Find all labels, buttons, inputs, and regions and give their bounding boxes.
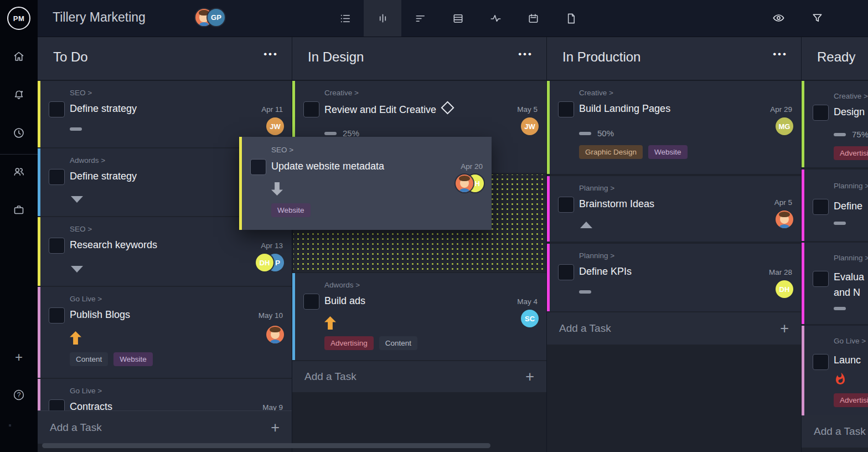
task-card[interactable]: Planning > Brainstorm Ideas Apr 5: [547, 176, 801, 242]
card-title[interactable]: Build ads: [324, 295, 365, 307]
card-checkbox[interactable]: [813, 105, 829, 121]
card-title[interactable]: Research keywords: [70, 239, 157, 251]
card-title[interactable]: Define strategy: [70, 171, 137, 182]
add-task-label[interactable]: Add a Task: [304, 371, 356, 383]
add-task-label[interactable]: Add a Task: [50, 422, 102, 434]
add-task-footer[interactable]: Add a Task: [802, 415, 868, 448]
card-checkbox[interactable]: [813, 271, 829, 287]
task-card[interactable]: Planning > Define: [802, 170, 868, 241]
card-title[interactable]: Contracts: [70, 401, 112, 410]
card-title[interactable]: Build Landing Pages: [579, 103, 670, 115]
card-checkbox[interactable]: [49, 169, 65, 185]
card-group[interactable]: Planning >: [834, 254, 868, 262]
task-card[interactable]: Adwords > Build ads May 4 SC Advertising…: [292, 273, 546, 360]
card-assignees: DH P: [256, 254, 284, 271]
card-checkbox[interactable]: [250, 159, 266, 175]
add-task-label[interactable]: Add a Task: [559, 322, 611, 335]
board-view-icon[interactable]: [364, 0, 401, 37]
sheet-view-icon[interactable]: [439, 0, 477, 37]
task-card[interactable]: Creative > Build Landing Pages Apr 29 MG…: [547, 81, 801, 174]
card-group[interactable]: Planning >: [834, 182, 868, 190]
card-group[interactable]: SEO >: [70, 89, 92, 97]
member-avatar[interactable]: GP: [208, 9, 225, 26]
card-checkbox[interactable]: [303, 294, 319, 310]
card-group[interactable]: Planning >: [579, 184, 614, 192]
filter-funnel-icon[interactable]: [810, 12, 825, 25]
card-checkbox[interactable]: [813, 354, 829, 370]
card-title[interactable]: Launc: [834, 355, 861, 366]
home-icon[interactable]: [12, 50, 25, 63]
card-tags: Graphic Design Website: [579, 145, 688, 159]
card-title[interactable]: Brainstorm Ideas: [579, 198, 654, 210]
card-group[interactable]: SEO >: [271, 146, 293, 154]
add-task-footer[interactable]: Add a Task +: [547, 312, 801, 345]
column-menu-icon[interactable]: •••: [773, 49, 788, 60]
column-menu-icon[interactable]: •••: [518, 49, 533, 60]
add-task-footer[interactable]: Add a Task +: [38, 410, 292, 444]
task-card[interactable]: Go Live > Publish Blogs May 10 Content W…: [38, 287, 292, 378]
card-title[interactable]: Design: [834, 106, 865, 118]
card-group[interactable]: Creative >: [834, 92, 868, 100]
app-logo[interactable]: PM: [7, 7, 30, 30]
recent-clock-icon[interactable]: [12, 126, 25, 140]
kanban-board: To Do ••• SEO > Define strategy Apr 11 J…: [38, 37, 868, 452]
list-view-icon[interactable]: [326, 0, 364, 37]
card-progress: 50%: [579, 129, 614, 138]
card-checkbox[interactable]: [49, 101, 65, 117]
task-card[interactable]: Go Live > Contracts May 9: [38, 379, 292, 410]
card-checkbox[interactable]: [49, 238, 65, 254]
add-task-plus-icon[interactable]: +: [780, 320, 789, 337]
help-icon[interactable]: ?: [12, 388, 25, 402]
project-members[interactable]: GP: [195, 9, 225, 26]
add-task-plus-icon[interactable]: +: [525, 368, 534, 386]
card-title[interactable]: Publish Blogs: [70, 309, 130, 321]
task-card[interactable]: Go Live > Launc Advertising: [802, 326, 868, 415]
card-group[interactable]: SEO >: [70, 225, 92, 233]
card-title[interactable]: Evalua: [834, 271, 864, 283]
card-group[interactable]: Planning >: [579, 251, 614, 260]
files-view-icon[interactable]: [552, 0, 590, 37]
card-group[interactable]: Go Live >: [834, 337, 866, 345]
card-progress: [834, 307, 846, 310]
task-card[interactable]: Creative > Design 75% Advertising: [802, 81, 868, 167]
add-task-plus-icon[interactable]: +: [271, 419, 280, 436]
card-title[interactable]: Define strategy: [70, 103, 137, 115]
tag: Advertising: [834, 393, 868, 407]
horizontal-scrollbar[interactable]: [42, 443, 490, 448]
card-checkbox[interactable]: [813, 199, 829, 215]
card-checkbox[interactable]: [558, 197, 574, 213]
column-menu-icon[interactable]: •••: [264, 49, 278, 60]
priority-low-icon: [71, 196, 83, 203]
add-plus-icon[interactable]: +: [12, 351, 25, 364]
card-checkbox[interactable]: [303, 101, 319, 117]
add-task-label[interactable]: Add a Task: [814, 425, 866, 438]
card-group[interactable]: Go Live >: [70, 295, 102, 303]
card-title[interactable]: Review and Edit Creative: [324, 103, 452, 116]
gantt-view-icon[interactable]: [401, 0, 439, 37]
card-title[interactable]: Update website metadata: [271, 161, 384, 172]
activity-view-icon[interactable]: [477, 0, 514, 37]
progress-bar: [324, 132, 337, 135]
notifications-bell-icon[interactable]: [12, 88, 25, 101]
card-title[interactable]: Define KPIs: [579, 266, 632, 278]
card-title[interactable]: Define: [834, 201, 862, 212]
card-title-line2[interactable]: and N: [834, 287, 860, 299]
card-checkbox[interactable]: [558, 264, 574, 280]
dragged-task-card[interactable]: SEO > Update website metadata Apr 20 DH …: [239, 137, 492, 230]
card-group[interactable]: Go Live >: [70, 387, 102, 395]
card-checkbox[interactable]: [558, 101, 574, 117]
card-group[interactable]: Adwords >: [324, 281, 360, 289]
assignee-avatar: JW: [266, 117, 284, 135]
projects-briefcase-icon[interactable]: [12, 203, 25, 217]
card-group[interactable]: Adwords >: [70, 156, 105, 165]
card-checkbox[interactable]: [49, 307, 65, 323]
card-group[interactable]: Creative >: [579, 89, 613, 97]
task-card[interactable]: Planning > Define KPIs Mar 28 DH: [547, 244, 801, 311]
add-task-footer[interactable]: Add a Task +: [292, 361, 546, 392]
card-checkbox[interactable]: [49, 399, 65, 410]
card-group[interactable]: Creative >: [324, 89, 359, 97]
task-card[interactable]: Planning > Evalua and N: [802, 243, 868, 324]
calendar-view-icon[interactable]: [514, 0, 552, 37]
watch-eye-icon[interactable]: [772, 12, 786, 25]
team-people-icon[interactable]: [12, 165, 25, 178]
